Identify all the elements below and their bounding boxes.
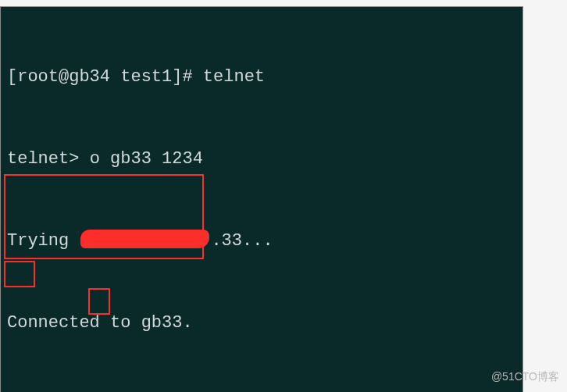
terminal-content[interactable]: [root@gb34 test1]# telnet telnet> o gb33… — [1, 7, 522, 392]
terminal-line: [root@gb34 test1]# telnet — [7, 63, 516, 91]
telnet-prompt: telnet> — [7, 149, 90, 169]
output-text: .33... — [211, 231, 273, 251]
terminal-line: Connected to gb33. — [7, 309, 516, 337]
watermark-text: @51CTO博客 — [491, 370, 559, 384]
redacted-ip — [80, 230, 209, 248]
command-text: o gb33 1234 — [90, 149, 203, 169]
terminal-line: Trying .33... — [7, 227, 516, 255]
shell-prompt: [root@gb34 test1]# — [7, 67, 203, 87]
terminal-line: telnet> o gb33 1234 — [7, 145, 516, 173]
terminal-window[interactable]: [root@gb34 test1]# telnet telnet> o gb33… — [0, 6, 523, 392]
output-text: Trying — [7, 231, 79, 251]
command-text: telnet — [203, 67, 265, 87]
highlight-box-escape — [4, 261, 35, 287]
output-text: Connected to gb33. — [7, 313, 193, 333]
